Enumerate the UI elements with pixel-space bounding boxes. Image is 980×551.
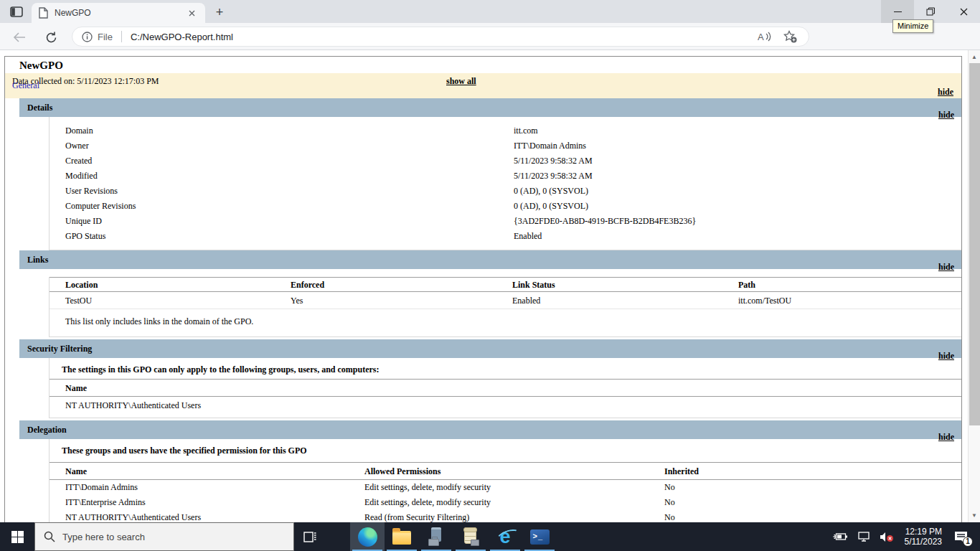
row-label: Modified <box>65 169 514 184</box>
hide-link-security[interactable]: hide <box>938 351 954 362</box>
close-window-button[interactable] <box>947 0 980 23</box>
hide-link-delegation[interactable]: hide <box>938 432 954 443</box>
table-row: Computer Revisions0 (AD), 0 (SYSVOL) <box>50 199 961 214</box>
report-title: NewGPO <box>5 57 961 73</box>
table-row: Modified5/11/2023 9:58:32 AM <box>50 169 961 184</box>
cell: No <box>664 510 961 522</box>
taskbar-app-group-policy-management[interactable] <box>453 522 488 551</box>
column-header: Name <box>50 463 364 479</box>
page-info-icon[interactable] <box>82 32 93 42</box>
cell: TestOU <box>50 292 291 309</box>
cell: Yes <box>291 292 512 309</box>
hide-link-general[interactable]: hide <box>938 87 953 98</box>
task-view-button[interactable] <box>294 522 326 551</box>
taskbar-clock[interactable]: 12:19 PM 5/11/2023 <box>905 527 943 547</box>
show-all-link[interactable]: show all <box>446 76 476 87</box>
network-icon[interactable] <box>857 532 871 542</box>
column-header: Link Status <box>512 278 738 291</box>
section-bar-delegation[interactable]: Delegation hide <box>19 420 961 439</box>
search-icon <box>44 531 55 542</box>
browser-toolbar: File C:/NewGPO-Report.html A ••• b <box>0 23 980 50</box>
svg-text:A: A <box>758 32 764 42</box>
table-row: OwnerITT\Domain Admins <box>50 138 961 154</box>
clock-date: 5/11/2023 <box>905 537 943 547</box>
column-header: Path <box>738 278 961 291</box>
row-label: Unique ID <box>65 214 514 229</box>
column-header: Location <box>50 278 291 291</box>
url-text[interactable]: C:/NewGPO-Report.html <box>131 32 233 42</box>
refresh-button[interactable] <box>44 30 58 44</box>
address-bar[interactable]: File C:/NewGPO-Report.html A <box>72 27 809 47</box>
windows-taskbar: Type here to search e >_ 12:19 PM <box>0 522 980 551</box>
row-value: 0 (AD), 0 (SYSVOL) <box>514 184 588 199</box>
web-page: NewGPO Data collected on: 5/11/2023 12:1… <box>0 50 968 522</box>
file-explorer-icon <box>392 531 411 545</box>
search-placeholder: Type here to search <box>62 532 145 542</box>
cell: NT AUTHORITY\Authenticated Users <box>50 510 364 522</box>
column-header: Allowed Permissions <box>364 463 664 479</box>
section-intro: These groups and users have the specifie… <box>62 446 961 456</box>
notification-badge: 1 <box>963 537 973 547</box>
row-value: ITT\Domain Admins <box>514 138 586 154</box>
cell: ITT\Enterprise Admins <box>50 495 364 510</box>
task-view-icon <box>303 532 316 542</box>
section-title: Details <box>19 98 961 117</box>
taskbar-app-edge[interactable] <box>350 522 385 551</box>
row-value: 0 (AD), 0 (SYSVOL) <box>514 199 588 214</box>
links-note: This list only includes links in the dom… <box>65 316 961 327</box>
table-row: Domainitt.com <box>50 123 961 138</box>
row-value: {3AD2FDE0-AB8D-4919-BCFB-B2DB4FE3B236} <box>514 214 696 229</box>
battery-icon[interactable] <box>832 532 848 542</box>
table-row: User Revisions0 (AD), 0 (SYSVOL) <box>50 184 961 199</box>
page-scrollbar[interactable]: ▲ ▼ <box>968 50 980 522</box>
system-tray: 12:19 PM 5/11/2023 1 <box>828 522 980 551</box>
start-button[interactable] <box>0 522 34 551</box>
row-value: itt.com <box>514 123 538 138</box>
section-bar-security-filtering[interactable]: Security Filtering hide <box>19 339 961 358</box>
edge-icon <box>358 527 377 547</box>
volume-muted-icon[interactable] <box>880 532 894 542</box>
action-center-button[interactable]: 1 <box>954 531 968 543</box>
table-header-row: Location Enforced Link Status Path <box>50 277 961 292</box>
details-table: Domainitt.com OwnerITT\Domain Admins Cre… <box>49 117 961 250</box>
section-bar-links[interactable]: Links hide <box>19 250 961 269</box>
taskbar-app-powershell[interactable]: >_ <box>522 522 557 551</box>
row-label: Domain <box>65 123 514 138</box>
general-section-link[interactable]: General <box>12 80 39 91</box>
row-label: GPO Status <box>65 229 514 244</box>
row-value: Enabled <box>514 229 542 244</box>
clock-time: 12:19 PM <box>905 527 943 537</box>
scrollbar-thumb[interactable] <box>969 63 980 425</box>
links-table: Location Enforced Link Status Path TestO… <box>49 277 961 337</box>
browser-titlebar: NewGPO + <box>0 0 980 23</box>
table-row: Created5/11/2023 9:58:32 AM <box>50 154 961 169</box>
section-title: Links <box>19 250 961 269</box>
hide-link-links[interactable]: hide <box>938 262 954 273</box>
scroll-up-icon[interactable]: ▲ <box>969 52 980 62</box>
close-icon <box>960 8 968 16</box>
table-header-row: Name <box>50 379 961 397</box>
taskbar-search-input[interactable]: Type here to search <box>34 522 294 551</box>
read-aloud-icon[interactable]: A <box>758 31 772 42</box>
cell: itt.com/TestOU <box>738 292 961 309</box>
cell: No <box>664 495 961 510</box>
tab-close-icon[interactable] <box>185 6 198 19</box>
delegation-table: These groups and users have the specifie… <box>49 439 961 522</box>
taskbar-app-file-explorer[interactable] <box>385 522 419 551</box>
scroll-down-icon[interactable]: ▼ <box>969 510 980 521</box>
back-button[interactable] <box>12 30 27 44</box>
cell: Read (from Security Filtering) <box>364 510 664 522</box>
new-tab-button[interactable]: + <box>211 4 228 20</box>
cell: Edit settings, delete, modify security <box>364 480 664 495</box>
hide-link-details[interactable]: hide <box>938 110 954 121</box>
taskbar-app-server-manager[interactable] <box>419 522 453 551</box>
taskbar-app-internet-explorer[interactable]: e <box>488 522 522 551</box>
tab-actions-menu-icon[interactable] <box>9 5 24 18</box>
table-row: NT AUTHORITY\Authenticated Users <box>50 397 961 415</box>
section-bar-details[interactable]: Details hide <box>19 98 961 117</box>
add-favorite-icon[interactable] <box>783 30 797 43</box>
minimize-icon <box>894 11 902 12</box>
browser-tab[interactable]: NewGPO <box>32 3 205 23</box>
cell: Enabled <box>512 292 738 309</box>
column-header: Inherited <box>664 463 961 479</box>
